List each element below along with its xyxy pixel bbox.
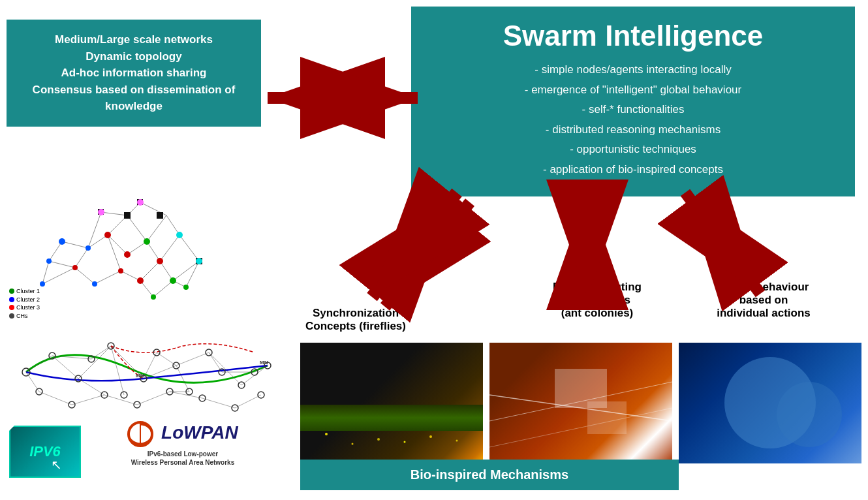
global-line1: Global behaviour (719, 281, 809, 293)
svg-line-93 (26, 356, 52, 372)
sync-line1: Synchronization (313, 307, 399, 319)
ipv6-box: IPV6 (9, 426, 81, 478)
svg-line-41 (173, 261, 199, 281)
svg-line-38 (166, 215, 179, 235)
svg-point-53 (59, 238, 65, 245)
svg-text:MN: MN (260, 360, 268, 366)
left-line1: Medium/Large scale networks (55, 33, 213, 46)
svg-rect-62 (157, 212, 163, 219)
svg-line-30 (62, 242, 88, 248)
svg-line-105 (137, 392, 170, 405)
global-behaviour-image (679, 343, 861, 463)
svg-point-5 (456, 440, 458, 442)
left-line4: Consensus based on dissemination of (33, 84, 236, 96)
svg-line-20 (140, 261, 160, 281)
bullet-1: - simple nodes/agents interacting locall… (431, 60, 835, 80)
svg-line-23 (88, 235, 108, 248)
sync-line2: Concepts (fireflies) (305, 320, 406, 332)
left-info-box: Medium/Large scale networks Dynamic topo… (7, 20, 261, 127)
svg-line-34 (88, 212, 101, 248)
bullet-5: - opportunistic techniques (431, 140, 835, 160)
cursor-icon: ↖ (51, 457, 62, 473)
bullet-3: - self-* functionalities (431, 100, 835, 120)
svg-point-4 (429, 435, 432, 438)
global-line2: based on (739, 294, 788, 306)
svg-point-67 (137, 199, 144, 206)
svg-line-19 (127, 242, 147, 255)
svg-line-112 (111, 346, 124, 395)
svg-line-40 (179, 235, 199, 261)
left-line2: Dynamic topology (85, 50, 181, 63)
routing-label: Efficient Routing Mechanisms (ant coloni… (535, 281, 659, 320)
global-label: Global behaviour based on individual act… (698, 281, 829, 320)
firefly-image (300, 343, 483, 463)
lowpan-title: LoWPAN (85, 421, 281, 447)
svg-point-50 (157, 258, 163, 264)
swarm-bullets: - simple nodes/agents interacting locall… (431, 60, 835, 180)
svg-point-47 (137, 277, 144, 284)
routing-line2: Mechanisms (564, 294, 630, 306)
swarm-intelligence-box: Swarm Intelligence - simple nodes/agents… (411, 7, 855, 196)
svg-line-130 (372, 193, 457, 297)
svg-rect-10 (587, 401, 627, 434)
swarm-title: Swarm Intelligence (431, 20, 835, 52)
svg-point-54 (46, 258, 52, 264)
svg-point-68 (176, 232, 183, 238)
bullet-4: - distributed reasoning mechanisms (431, 120, 835, 140)
svg-point-0 (325, 433, 328, 435)
bullet-2: - emergence of "intelligent" global beha… (431, 80, 835, 101)
svg-line-107 (202, 398, 235, 408)
svg-line-108 (235, 395, 261, 408)
routing-line3: (ant colonies) (561, 307, 634, 319)
svg-line-94 (52, 356, 78, 379)
svg-line-117 (209, 352, 222, 372)
lowpan-area: LoWPAN IPv6-based Low-powerWireless Pers… (85, 421, 281, 467)
svg-point-60 (183, 285, 189, 290)
svg-point-56 (92, 281, 97, 287)
svg-point-48 (104, 232, 111, 238)
svg-line-32 (49, 261, 75, 268)
svg-line-98 (176, 352, 209, 366)
svg-point-55 (40, 281, 45, 287)
bio-inspired-bar: Bio-inspired Mechanisms (300, 460, 679, 490)
svg-line-17 (147, 242, 160, 261)
svg-line-113 (144, 352, 157, 379)
svg-line-44 (42, 268, 75, 284)
svg-point-1 (352, 443, 354, 445)
svg-line-102 (39, 392, 72, 405)
svg-point-66 (98, 209, 104, 215)
sync-label: Synchronization Concepts (fireflies) (300, 307, 411, 333)
svg-line-43 (186, 261, 199, 287)
ant-colony-image (489, 343, 672, 463)
svg-line-8 (489, 408, 672, 447)
svg-point-12 (777, 382, 842, 447)
left-line5: knowledge (105, 100, 163, 112)
svg-line-37 (147, 215, 166, 242)
svg-line-33 (101, 212, 127, 215)
svg-line-24 (75, 248, 88, 268)
svg-line-45 (42, 261, 49, 284)
svg-point-3 (404, 441, 406, 443)
svg-line-29 (160, 261, 173, 281)
svg-line-25 (75, 268, 95, 284)
svg-line-110 (91, 346, 111, 359)
svg-line-115 (176, 366, 189, 392)
routing-line1: Efficient Routing (553, 281, 642, 293)
svg-point-2 (377, 438, 380, 441)
svg-line-26 (95, 271, 121, 284)
svg-line-114 (157, 352, 176, 366)
svg-line-31 (49, 242, 62, 261)
svg-line-18 (108, 235, 127, 255)
svg-rect-61 (124, 212, 131, 219)
svg-point-51 (118, 268, 123, 273)
lowpan-title-text: LoWPAN (161, 422, 238, 443)
bullet-6: - application of bio-inspired concepts (431, 160, 835, 180)
svg-line-22 (108, 235, 121, 271)
svg-point-46 (124, 251, 131, 258)
svg-point-57 (144, 238, 150, 245)
left-line3: Ad-hoc information sharing (61, 67, 207, 79)
svg-point-58 (170, 277, 176, 284)
svg-line-21 (121, 271, 140, 281)
svg-point-49 (72, 265, 78, 270)
svg-point-52 (85, 245, 91, 251)
